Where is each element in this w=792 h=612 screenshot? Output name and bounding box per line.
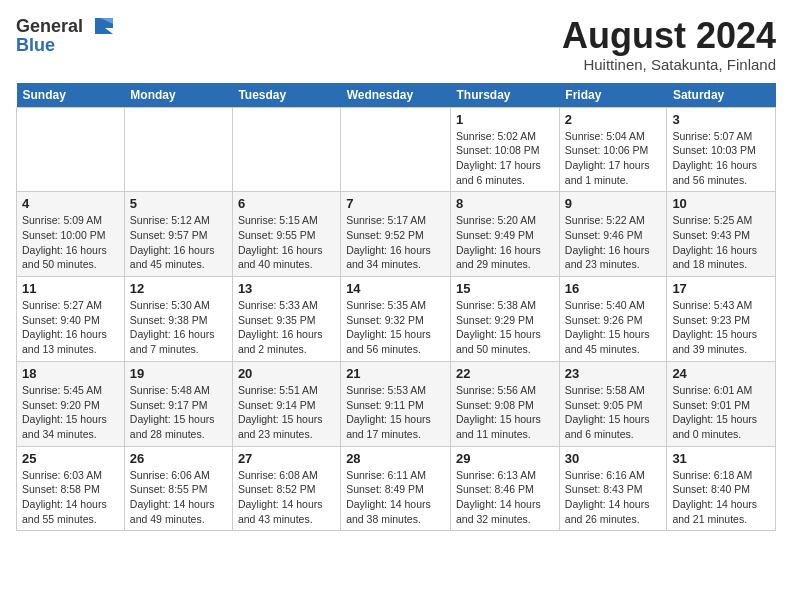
day-info: Sunrise: 5:12 AMSunset: 9:57 PMDaylight:…: [130, 213, 227, 272]
header: General Blue August 2024 Huittinen, Sata…: [16, 16, 776, 73]
calendar-cell: 9Sunrise: 5:22 AMSunset: 9:46 PMDaylight…: [559, 192, 667, 277]
weekday-header-friday: Friday: [559, 83, 667, 108]
weekday-header-monday: Monday: [124, 83, 232, 108]
day-number: 28: [346, 451, 445, 466]
calendar-cell: 4Sunrise: 5:09 AMSunset: 10:00 PMDayligh…: [17, 192, 125, 277]
calendar-cell: [124, 107, 232, 192]
day-number: 18: [22, 366, 119, 381]
calendar-cell: 31Sunrise: 6:18 AMSunset: 8:40 PMDayligh…: [667, 446, 776, 531]
day-info: Sunrise: 5:02 AMSunset: 10:08 PMDaylight…: [456, 129, 554, 188]
calendar-cell: 20Sunrise: 5:51 AMSunset: 9:14 PMDayligh…: [232, 361, 340, 446]
day-number: 8: [456, 196, 554, 211]
day-info: Sunrise: 5:09 AMSunset: 10:00 PMDaylight…: [22, 213, 119, 272]
day-number: 27: [238, 451, 335, 466]
day-info: Sunrise: 5:48 AMSunset: 9:17 PMDaylight:…: [130, 383, 227, 442]
day-info: Sunrise: 6:08 AMSunset: 8:52 PMDaylight:…: [238, 468, 335, 527]
weekday-header-tuesday: Tuesday: [232, 83, 340, 108]
day-number: 7: [346, 196, 445, 211]
calendar-cell: 19Sunrise: 5:48 AMSunset: 9:17 PMDayligh…: [124, 361, 232, 446]
day-info: Sunrise: 6:01 AMSunset: 9:01 PMDaylight:…: [672, 383, 770, 442]
calendar-cell: 27Sunrise: 6:08 AMSunset: 8:52 PMDayligh…: [232, 446, 340, 531]
calendar-cell: 8Sunrise: 5:20 AMSunset: 9:49 PMDaylight…: [451, 192, 560, 277]
logo: General Blue: [16, 16, 115, 54]
day-number: 5: [130, 196, 227, 211]
day-info: Sunrise: 5:15 AMSunset: 9:55 PMDaylight:…: [238, 213, 335, 272]
month-year: August 2024: [562, 16, 776, 56]
day-number: 2: [565, 112, 662, 127]
day-info: Sunrise: 5:45 AMSunset: 9:20 PMDaylight:…: [22, 383, 119, 442]
day-number: 20: [238, 366, 335, 381]
calendar-cell: [341, 107, 451, 192]
calendar-cell: 10Sunrise: 5:25 AMSunset: 9:43 PMDayligh…: [667, 192, 776, 277]
day-number: 30: [565, 451, 662, 466]
day-info: Sunrise: 5:40 AMSunset: 9:26 PMDaylight:…: [565, 298, 662, 357]
calendar-cell: 26Sunrise: 6:06 AMSunset: 8:55 PMDayligh…: [124, 446, 232, 531]
location: Huittinen, Satakunta, Finland: [562, 56, 776, 73]
day-number: 15: [456, 281, 554, 296]
day-number: 22: [456, 366, 554, 381]
calendar-cell: 23Sunrise: 5:58 AMSunset: 9:05 PMDayligh…: [559, 361, 667, 446]
day-number: 11: [22, 281, 119, 296]
day-info: Sunrise: 5:07 AMSunset: 10:03 PMDaylight…: [672, 129, 770, 188]
day-info: Sunrise: 5:58 AMSunset: 9:05 PMDaylight:…: [565, 383, 662, 442]
calendar-cell: 2Sunrise: 5:04 AMSunset: 10:06 PMDayligh…: [559, 107, 667, 192]
day-info: Sunrise: 6:18 AMSunset: 8:40 PMDaylight:…: [672, 468, 770, 527]
day-info: Sunrise: 5:25 AMSunset: 9:43 PMDaylight:…: [672, 213, 770, 272]
day-info: Sunrise: 6:06 AMSunset: 8:55 PMDaylight:…: [130, 468, 227, 527]
day-number: 14: [346, 281, 445, 296]
day-number: 4: [22, 196, 119, 211]
weekday-header-saturday: Saturday: [667, 83, 776, 108]
logo-blue-text: Blue: [16, 36, 55, 54]
calendar-cell: 1Sunrise: 5:02 AMSunset: 10:08 PMDayligh…: [451, 107, 560, 192]
calendar-cell: 13Sunrise: 5:33 AMSunset: 9:35 PMDayligh…: [232, 277, 340, 362]
calendar-cell: 12Sunrise: 5:30 AMSunset: 9:38 PMDayligh…: [124, 277, 232, 362]
calendar-cell: 29Sunrise: 6:13 AMSunset: 8:46 PMDayligh…: [451, 446, 560, 531]
day-info: Sunrise: 5:38 AMSunset: 9:29 PMDaylight:…: [456, 298, 554, 357]
day-info: Sunrise: 5:27 AMSunset: 9:40 PMDaylight:…: [22, 298, 119, 357]
logo-icon: [85, 16, 115, 36]
calendar-cell: 18Sunrise: 5:45 AMSunset: 9:20 PMDayligh…: [17, 361, 125, 446]
day-number: 24: [672, 366, 770, 381]
day-info: Sunrise: 5:30 AMSunset: 9:38 PMDaylight:…: [130, 298, 227, 357]
day-number: 9: [565, 196, 662, 211]
day-number: 17: [672, 281, 770, 296]
calendar-cell: 25Sunrise: 6:03 AMSunset: 8:58 PMDayligh…: [17, 446, 125, 531]
day-info: Sunrise: 5:20 AMSunset: 9:49 PMDaylight:…: [456, 213, 554, 272]
day-info: Sunrise: 5:43 AMSunset: 9:23 PMDaylight:…: [672, 298, 770, 357]
day-info: Sunrise: 5:51 AMSunset: 9:14 PMDaylight:…: [238, 383, 335, 442]
calendar-cell: [232, 107, 340, 192]
calendar-cell: [17, 107, 125, 192]
day-info: Sunrise: 5:33 AMSunset: 9:35 PMDaylight:…: [238, 298, 335, 357]
title-area: August 2024 Huittinen, Satakunta, Finlan…: [562, 16, 776, 73]
weekday-header-wednesday: Wednesday: [341, 83, 451, 108]
day-info: Sunrise: 5:35 AMSunset: 9:32 PMDaylight:…: [346, 298, 445, 357]
calendar-cell: 17Sunrise: 5:43 AMSunset: 9:23 PMDayligh…: [667, 277, 776, 362]
calendar-cell: 11Sunrise: 5:27 AMSunset: 9:40 PMDayligh…: [17, 277, 125, 362]
weekday-header-thursday: Thursday: [451, 83, 560, 108]
day-number: 23: [565, 366, 662, 381]
day-info: Sunrise: 6:16 AMSunset: 8:43 PMDaylight:…: [565, 468, 662, 527]
day-info: Sunrise: 5:17 AMSunset: 9:52 PMDaylight:…: [346, 213, 445, 272]
day-number: 16: [565, 281, 662, 296]
day-number: 1: [456, 112, 554, 127]
day-number: 6: [238, 196, 335, 211]
day-number: 21: [346, 366, 445, 381]
day-info: Sunrise: 5:56 AMSunset: 9:08 PMDaylight:…: [456, 383, 554, 442]
calendar-cell: 7Sunrise: 5:17 AMSunset: 9:52 PMDaylight…: [341, 192, 451, 277]
calendar-cell: 14Sunrise: 5:35 AMSunset: 9:32 PMDayligh…: [341, 277, 451, 362]
day-info: Sunrise: 5:04 AMSunset: 10:06 PMDaylight…: [565, 129, 662, 188]
day-number: 13: [238, 281, 335, 296]
calendar-cell: 24Sunrise: 6:01 AMSunset: 9:01 PMDayligh…: [667, 361, 776, 446]
calendar-cell: 15Sunrise: 5:38 AMSunset: 9:29 PMDayligh…: [451, 277, 560, 362]
day-number: 12: [130, 281, 227, 296]
day-number: 29: [456, 451, 554, 466]
day-info: Sunrise: 6:03 AMSunset: 8:58 PMDaylight:…: [22, 468, 119, 527]
day-info: Sunrise: 6:13 AMSunset: 8:46 PMDaylight:…: [456, 468, 554, 527]
calendar-table: SundayMondayTuesdayWednesdayThursdayFrid…: [16, 83, 776, 532]
calendar-cell: 3Sunrise: 5:07 AMSunset: 10:03 PMDayligh…: [667, 107, 776, 192]
calendar-cell: 5Sunrise: 5:12 AMSunset: 9:57 PMDaylight…: [124, 192, 232, 277]
day-number: 3: [672, 112, 770, 127]
calendar-cell: 22Sunrise: 5:56 AMSunset: 9:08 PMDayligh…: [451, 361, 560, 446]
calendar-cell: 28Sunrise: 6:11 AMSunset: 8:49 PMDayligh…: [341, 446, 451, 531]
day-number: 10: [672, 196, 770, 211]
